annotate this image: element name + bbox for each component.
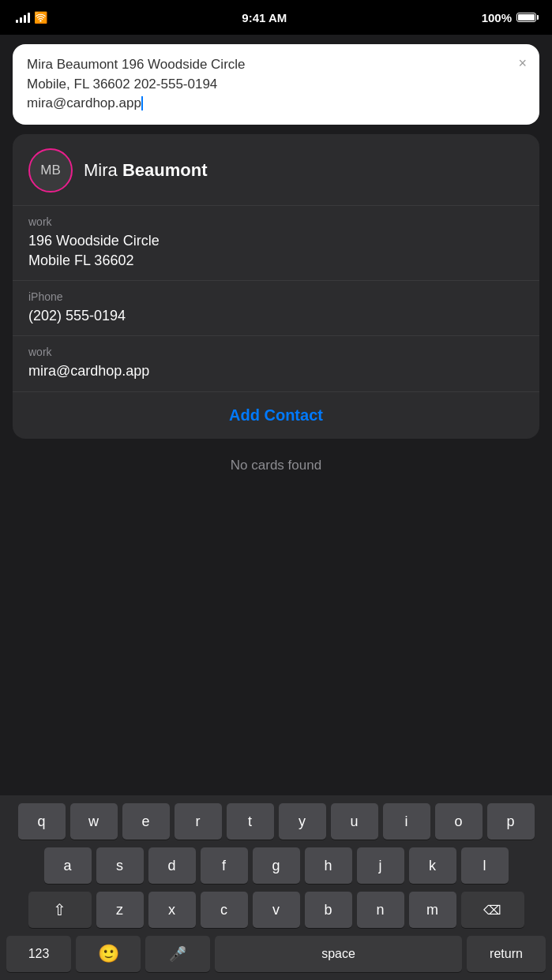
email-value: mira@cardhop.app: [28, 361, 524, 381]
key-p[interactable]: p: [487, 803, 535, 840]
battery-icon: [516, 13, 536, 22]
text-cursor: [141, 96, 143, 110]
key-o[interactable]: o: [435, 803, 483, 840]
key-z[interactable]: z: [96, 892, 144, 928]
divider-4: [13, 391, 539, 392]
keyboard-row-2: asdfghjkl: [3, 847, 549, 884]
wifi-icon: 🛜: [34, 11, 47, 24]
search-input-text: Mira Beaumont 196 Woodside Circle Mobile…: [27, 55, 525, 114]
search-input-container[interactable]: Mira Beaumont 196 Woodside Circle Mobile…: [13, 44, 539, 125]
contact-card: MB Mira Beaumont work 196 Woodside Circl…: [13, 134, 539, 439]
phone-label: iPhone: [28, 290, 524, 303]
add-contact-section[interactable]: Add Contact: [28, 395, 524, 425]
key-b[interactable]: b: [305, 892, 352, 928]
contact-header: MB Mira Beaumont: [28, 148, 524, 193]
key-delete[interactable]: ⌫: [461, 892, 524, 928]
key-t[interactable]: t: [227, 803, 274, 840]
key-s[interactable]: s: [96, 847, 144, 884]
avatar: MB: [28, 148, 73, 193]
key-d[interactable]: d: [148, 847, 196, 884]
status-bar: 🛜 9:41 AM 100%: [0, 0, 552, 35]
key-x[interactable]: x: [148, 892, 196, 928]
key-y[interactable]: y: [279, 803, 326, 840]
key-h[interactable]: h: [305, 847, 352, 884]
key-n[interactable]: n: [357, 892, 404, 928]
key-v[interactable]: v: [253, 892, 300, 928]
address-value: 196 Woodside Circle Mobile FL 36602: [28, 231, 524, 271]
key-return[interactable]: return: [467, 936, 546, 972]
key-w[interactable]: w: [70, 803, 118, 840]
key-u[interactable]: u: [331, 803, 378, 840]
key-q[interactable]: q: [18, 803, 66, 840]
key-num[interactable]: 123: [6, 936, 71, 972]
add-contact-button[interactable]: Add Contact: [229, 406, 323, 424]
status-right: 100%: [482, 11, 536, 24]
key-space[interactable]: space: [215, 936, 462, 972]
key-c[interactable]: c: [201, 892, 248, 928]
address-field: work 196 Woodside Circle Mobile FL 36602: [28, 206, 524, 280]
address-label: work: [28, 215, 524, 228]
key-shift[interactable]: ⇧: [28, 892, 92, 928]
search-clear-button[interactable]: ×: [518, 55, 527, 72]
keyboard-row-1: qwertyuiop: [3, 803, 549, 840]
email-field: work mira@cardhop.app: [28, 336, 524, 391]
email-label: work: [28, 346, 524, 358]
key-k[interactable]: k: [409, 847, 456, 884]
key-a[interactable]: a: [44, 847, 92, 884]
key-g[interactable]: g: [253, 847, 300, 884]
no-cards-message: No cards found: [0, 458, 552, 473]
phone-field: iPhone (202) 555-0194: [28, 281, 524, 335]
key-l[interactable]: l: [461, 847, 509, 884]
key-j[interactable]: j: [357, 847, 404, 884]
status-left: 🛜: [16, 11, 47, 24]
keyboard-row-3: ⇧zxcvbnm⌫: [3, 892, 549, 928]
phone-value: (202) 555-0194: [28, 306, 524, 326]
key-r[interactable]: r: [175, 803, 222, 840]
keyboard-row-bottom: 123 🙂 🎤 space return: [3, 936, 549, 972]
contact-name: Mira Beaumont: [84, 160, 207, 181]
key-f[interactable]: f: [201, 847, 248, 884]
battery-percent: 100%: [482, 11, 512, 24]
signal-icon: [16, 12, 30, 23]
keyboard: qwertyuiop asdfghjkl ⇧zxcvbnm⌫ 123 🙂 🎤 s…: [0, 795, 552, 980]
key-emoji[interactable]: 🙂: [76, 936, 141, 972]
key-m[interactable]: m: [409, 892, 456, 928]
key-i[interactable]: i: [383, 803, 430, 840]
key-mic[interactable]: 🎤: [145, 936, 210, 972]
time-display: 9:41 AM: [242, 11, 287, 24]
key-e[interactable]: e: [122, 803, 170, 840]
